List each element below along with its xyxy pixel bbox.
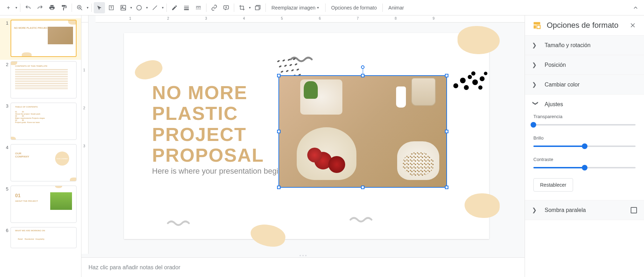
svg-rect-20 [200,9,201,9]
textbox-tool[interactable] [106,2,117,13]
svg-rect-50 [537,25,540,28]
border-color-button[interactable] [169,2,180,13]
svg-point-43 [468,75,472,79]
resize-handle-tm[interactable] [361,74,364,77]
canvas-area: 1 2 3 4 5 6 7 8 9 1 2 3 [81,15,525,277]
collapse-toolbar-button[interactable] [630,2,641,13]
reset-image-button[interactable] [252,2,263,13]
thumbnail-2[interactable]: 2 CONTENTS OF THIS TEMPLATE [0,60,81,101]
svg-point-29 [279,65,282,67]
chevron-right-icon: ❯ [532,42,539,49]
chevron-right-icon: ❯ [532,207,539,213]
notes-resize-handle[interactable] [81,254,525,257]
horizontal-ruler: 1 2 3 4 5 6 7 8 9 [96,15,525,22]
svg-point-30 [284,64,287,67]
border-weight-button[interactable] [181,2,192,13]
resize-handle-bl[interactable] [277,186,281,189]
rotation-handle[interactable] [361,65,364,69]
thumbnail-4[interactable]: 4 OURCOMPANY YOUR COMPANY [0,143,81,184]
section-drop-shadow[interactable]: ❯ Sombra paralela [525,200,644,220]
resize-handle-tr[interactable] [445,74,448,77]
dots-decoration [451,68,493,96]
svg-rect-17 [197,9,198,9]
chevron-down-icon: ❯ [532,101,539,108]
svg-rect-13 [196,7,197,8]
svg-point-33 [281,70,284,73]
section-recolor[interactable]: ❯ Cambiar color [525,75,644,94]
svg-point-35 [291,69,294,71]
paint-format-button[interactable] [58,2,70,13]
shape-dropdown[interactable]: ▾ [145,6,149,9]
line-tool[interactable] [149,2,160,13]
thumb-number: 1 [3,20,8,57]
crop-button[interactable] [236,2,248,13]
squiggle-decoration [349,214,377,225]
slide-canvas[interactable]: NO MORE PLASTIC PROJECT PROPOSAL Here is… [124,33,489,239]
svg-rect-19 [199,9,200,9]
reset-button[interactable]: Restablecer [533,178,573,192]
thumbnail-1[interactable]: 1 NO MORE PLASTIC PROJECT PROPOSAL [0,18,81,60]
undo-button[interactable] [22,2,34,13]
svg-point-48 [478,85,482,90]
svg-rect-10 [184,7,189,8]
slide-subtitle[interactable]: Here is where your presentation begins [152,167,287,176]
svg-point-49 [484,72,487,75]
replace-image-button[interactable]: Reemplazar imagen ▾ [268,2,323,13]
image-dropdown[interactable]: ▾ [130,6,133,9]
zoom-button[interactable] [74,2,85,13]
crop-dropdown[interactable]: ▾ [248,6,251,9]
image-tool[interactable] [118,2,129,13]
animate-button[interactable]: Animar [385,2,407,13]
line-dropdown[interactable]: ▾ [161,6,164,9]
thumb-number: 6 [3,227,8,248]
svg-line-1 [80,8,82,10]
transparency-slider[interactable] [533,124,636,125]
shape-tool[interactable] [133,2,145,13]
slide-title[interactable]: NO MORE PLASTIC PROJECT PROPOSAL [152,82,264,166]
svg-point-25 [277,60,280,62]
comment-button[interactable] [221,2,232,13]
section-adjustments[interactable]: ❯ Ajustes [525,95,644,114]
resize-handle-mr[interactable] [445,130,448,133]
svg-point-47 [480,76,485,81]
new-slide-button[interactable]: + [3,2,14,13]
thumb-number: 5 [3,186,8,223]
resize-handle-bm[interactable] [361,186,364,189]
thumbnail-5[interactable]: 5 01 ABOUT THE PROJECT [0,184,81,226]
svg-point-27 [288,58,291,61]
contrast-slider[interactable] [533,167,636,168]
resize-handle-tl[interactable] [277,74,281,77]
svg-point-36 [296,68,300,71]
thumbnail-3[interactable]: 3 TABLE OF CONTENTS 01 04About the proje… [0,101,81,143]
format-options-button[interactable]: Opciones de formato [328,2,380,13]
svg-line-8 [153,6,157,10]
contrast-label: Contraste [533,157,636,162]
drop-shadow-checkbox[interactable] [631,207,637,213]
new-slide-dropdown[interactable]: ▾ [15,6,18,9]
redo-button[interactable] [34,2,46,13]
speaker-notes[interactable]: Haz clic para añadir notas del orador [81,257,525,277]
svg-rect-18 [198,9,199,9]
resize-handle-ml[interactable] [277,130,281,133]
border-dash-button[interactable] [193,2,204,13]
section-position[interactable]: ❯ Posición [525,55,644,75]
svg-point-28 [293,58,296,60]
resize-handle-br[interactable] [445,186,448,189]
select-tool[interactable] [94,2,105,13]
format-options-sidebar: Opciones de formato ❯ Tamaño y rotación … [525,15,644,277]
link-button[interactable] [209,2,220,13]
brightness-slider[interactable] [533,146,636,147]
print-button[interactable] [46,2,58,13]
svg-point-44 [464,85,469,90]
selected-image[interactable] [278,75,447,188]
thumbnail-6[interactable]: 6 WHAT WE ARE WORKING ON Retail Resident… [0,226,81,251]
svg-rect-9 [184,6,189,6]
svg-point-31 [289,64,293,66]
svg-rect-5 [121,5,126,10]
close-sidebar-button[interactable] [629,21,637,30]
section-size-rotation[interactable]: ❯ Tamaño y rotación [525,36,644,55]
transparency-label: Transparencia [533,114,636,119]
svg-rect-11 [184,9,189,10]
chevron-right-icon: ❯ [532,62,539,68]
zoom-dropdown[interactable]: ▾ [86,6,89,9]
